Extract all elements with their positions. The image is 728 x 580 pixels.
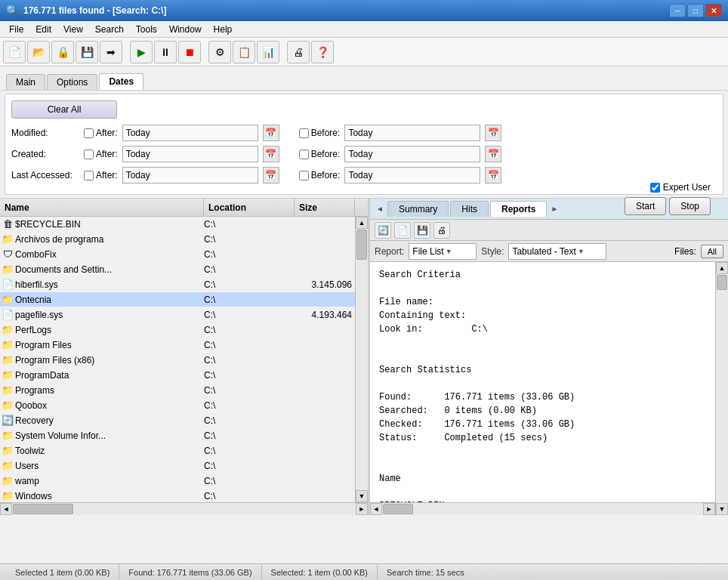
close-button[interactable]: ✕	[705, 4, 722, 17]
hscroll-right[interactable]: ►	[356, 503, 368, 515]
toolbar-open[interactable]: 📂	[27, 41, 50, 63]
created-after-calendar[interactable]: 📅	[263, 146, 279, 162]
right-tab-next[interactable]: ►	[548, 202, 561, 216]
tab-options[interactable]: Options	[47, 74, 97, 90]
toolbar-save[interactable]: 💾	[76, 41, 98, 63]
report-content[interactable]: Search Criteria File name: Containing te…	[370, 262, 715, 502]
all-button[interactable]: All	[701, 245, 723, 258]
hscroll-track[interactable]	[12, 503, 356, 515]
file-row[interactable]: 📁 Windows C:\	[0, 489, 355, 502]
hscroll-left[interactable]: ◄	[0, 503, 12, 515]
report-scroll-thumb[interactable]	[717, 275, 727, 290]
file-row[interactable]: 📁 Qoobox C:\	[0, 398, 355, 413]
created-before-calendar[interactable]: 📅	[485, 146, 501, 162]
tab-dates[interactable]: Dates	[99, 73, 143, 90]
start-button[interactable]: Start	[625, 197, 666, 215]
file-row[interactable]: 📁 Toolwiz C:\	[0, 443, 355, 458]
report-hscroll-thumb[interactable]	[383, 504, 413, 514]
scroll-thumb[interactable]	[356, 230, 367, 260]
toolbar-play[interactable]: ▶	[130, 41, 153, 63]
menu-window[interactable]: Window	[163, 23, 208, 36]
scroll-down-arrow[interactable]: ▼	[356, 490, 368, 502]
modified-before-check[interactable]: Before:	[299, 128, 341, 138]
menu-edit[interactable]: Edit	[29, 23, 57, 36]
rt-new-doc[interactable]: 📄	[394, 222, 411, 239]
created-after-checkbox[interactable]	[84, 150, 94, 159]
report-scroll-down[interactable]: ▼	[716, 503, 728, 515]
toolbar-print[interactable]: 🖨	[287, 41, 310, 63]
menu-search[interactable]: Search	[89, 23, 130, 36]
menu-view[interactable]: View	[57, 23, 89, 36]
report-hscroll-right[interactable]: ►	[703, 503, 715, 515]
last-accessed-before-calendar[interactable]: 📅	[485, 167, 501, 184]
style-select[interactable]: Tabulated - Text ▼	[508, 243, 606, 260]
file-row[interactable]: 📁 Ontecnia C:\	[0, 292, 355, 307]
clear-all-button[interactable]: Clear All	[11, 100, 117, 119]
modified-after-checkbox[interactable]	[84, 128, 94, 138]
file-list-hscroll[interactable]: ◄ ►	[0, 502, 368, 515]
report-vscroll[interactable]: ▲ ▼	[715, 262, 728, 515]
last-accessed-after-input[interactable]	[122, 167, 258, 184]
modified-after-input[interactable]	[122, 125, 258, 141]
file-row[interactable]: 📁 Program Files C:\	[0, 338, 355, 353]
toolbar-cfg3[interactable]: 📊	[257, 41, 279, 63]
toolbar-help[interactable]: ❓	[311, 41, 334, 63]
created-after-check[interactable]: After:	[84, 149, 118, 159]
file-row[interactable]: 🗑 $RECYCLE.BIN C:\	[0, 217, 355, 232]
last-accessed-before-checkbox[interactable]	[299, 171, 309, 180]
file-row[interactable]: 📁 System Volume Infor... C:\	[0, 428, 355, 443]
modified-before-checkbox[interactable]	[299, 128, 309, 138]
tab-hits[interactable]: Hits	[450, 201, 489, 217]
last-accessed-after-check[interactable]: After:	[84, 170, 118, 180]
report-hscroll-left[interactable]: ◄	[370, 503, 382, 515]
stop-button[interactable]: Stop	[669, 197, 711, 215]
toolbar-lock[interactable]: 🔒	[51, 41, 74, 63]
report-hscroll[interactable]: ◄ ►	[370, 502, 715, 515]
expert-user-label[interactable]: Expert User	[650, 182, 711, 193]
rt-refresh[interactable]: 🔄	[375, 222, 391, 239]
file-list-vscroll[interactable]: ▲ ▼	[355, 217, 368, 502]
hscroll-thumb[interactable]	[13, 504, 73, 514]
right-tab-prev[interactable]: ◄	[373, 202, 387, 216]
file-row[interactable]: 🔄 Recovery C:\	[0, 413, 355, 428]
menu-file[interactable]: File	[3, 23, 29, 36]
minimize-button[interactable]: ─	[669, 4, 686, 17]
report-hscroll-track[interactable]	[382, 503, 703, 515]
menu-help[interactable]: Help	[208, 23, 239, 36]
created-before-checkbox[interactable]	[299, 150, 309, 159]
tab-main[interactable]: Main	[6, 74, 45, 90]
tab-reports[interactable]: Reports	[490, 201, 547, 217]
modified-before-calendar[interactable]: 📅	[485, 125, 501, 141]
rt-save[interactable]: 💾	[414, 222, 430, 239]
file-row[interactable]: 🛡 ComboFix C:\	[0, 247, 355, 262]
maximize-button[interactable]: □	[687, 4, 704, 17]
expert-user-checkbox[interactable]	[650, 183, 660, 193]
toolbar-arrow[interactable]: ➡	[100, 41, 122, 63]
report-type-select[interactable]: File List ▼	[409, 243, 477, 260]
toolbar-cfg2[interactable]: 📋	[233, 41, 255, 63]
modified-before-input[interactable]	[344, 125, 480, 141]
modified-after-check[interactable]: After:	[84, 128, 118, 138]
rt-print[interactable]: 🖨	[433, 222, 450, 239]
file-row[interactable]: 📁 ProgramData C:\	[0, 368, 355, 383]
menu-tools[interactable]: Tools	[130, 23, 163, 36]
last-accessed-after-calendar[interactable]: 📅	[263, 167, 279, 184]
file-row[interactable]: 📁 Program Files (x86) C:\	[0, 353, 355, 368]
toolbar-cfg1[interactable]: ⚙	[208, 41, 231, 63]
toolbar-new[interactable]: 📄	[3, 41, 26, 63]
file-row[interactable]: 📁 Documents and Settin... C:\	[0, 262, 355, 277]
tab-summary[interactable]: Summary	[387, 201, 449, 217]
created-before-input[interactable]	[344, 146, 480, 162]
toolbar-pause[interactable]: ⏸	[154, 41, 177, 63]
created-after-input[interactable]	[122, 146, 258, 162]
file-row[interactable]: 📁 wamp C:\	[0, 474, 355, 489]
file-row[interactable]: 📁 Users C:\	[0, 458, 355, 474]
modified-after-calendar[interactable]: 📅	[263, 125, 279, 141]
last-accessed-after-checkbox[interactable]	[84, 171, 94, 180]
file-row[interactable]: 📁 Programs C:\	[0, 383, 355, 398]
file-row[interactable]: 📄 hiberfil.sys C:\ 3.145.096	[0, 277, 355, 292]
last-accessed-before-input[interactable]	[344, 167, 480, 184]
created-before-check[interactable]: Before:	[299, 149, 341, 159]
file-row[interactable]: 📁 Archivos de programa C:\	[0, 232, 355, 247]
last-accessed-before-check[interactable]: Before:	[299, 170, 341, 180]
